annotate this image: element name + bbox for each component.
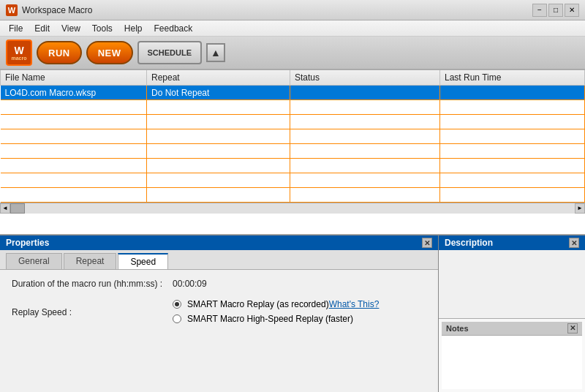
table-row[interactable] — [1, 144, 585, 159]
title-bar: W Workspace Macro − □ ✕ — [0, 0, 585, 20]
replay-option-highspeed: SMART Macro High-Speed Replay (faster) — [173, 314, 379, 324]
notes-close-button[interactable]: ✕ — [567, 323, 578, 333]
tab-general[interactable]: General — [6, 253, 62, 269]
properties-content: Duration of the macro run (hh:mm:ss) : 0… — [0, 270, 438, 392]
replay-options: SMART Macro Replay (as recorded) What's … — [173, 299, 379, 328]
close-button[interactable]: ✕ — [565, 4, 579, 17]
notes-header: Notes ✕ — [442, 322, 582, 336]
scroll-left-button[interactable]: ◄ — [0, 203, 10, 214]
notes-title: Notes — [446, 324, 469, 333]
schedule-button[interactable]: SCHEDULE — [137, 41, 203, 64]
dropdown-arrow[interactable]: ▲ — [206, 43, 225, 62]
menu-help[interactable]: Help — [118, 20, 148, 36]
app-icon: W — [6, 4, 18, 16]
radio-highspeed[interactable] — [173, 314, 181, 323]
description-panel: Description ✕ Notes ✕ — [439, 235, 585, 392]
title-buttons: − □ ✕ — [532, 4, 579, 17]
description-title: Description — [445, 238, 493, 248]
tabs-bar: General Repeat Speed — [0, 250, 438, 270]
menu-view[interactable]: View — [56, 20, 86, 36]
duration-value: 00:00:09 — [173, 279, 207, 289]
menu-tools[interactable]: Tools — [86, 20, 118, 36]
duration-label: Duration of the macro run (hh:mm:ss) : — [12, 279, 173, 289]
table-row[interactable]: LO4D.com Macro.wkspDo Not Repeat — [1, 86, 585, 100]
table-area: File Name Repeat Status Last Run Time LO… — [0, 70, 585, 235]
duration-row: Duration of the macro run (hh:mm:ss) : 0… — [12, 279, 426, 289]
col-header-status: Status — [290, 70, 440, 86]
table-row[interactable] — [1, 115, 585, 129]
scroll-right-button[interactable]: ► — [575, 203, 585, 214]
run-button[interactable]: RUN — [37, 41, 82, 64]
title-bar-left: W Workspace Macro — [6, 4, 92, 16]
properties-header: Properties ✕ — [0, 235, 438, 250]
logo-w: W — [14, 45, 23, 56]
macro-table: File Name Repeat Status Last Run Time LO… — [0, 70, 585, 203]
tab-speed[interactable]: Speed — [118, 253, 168, 269]
properties-title: Properties — [6, 238, 49, 248]
replay-option-smart: SMART Macro Replay (as recorded) What's … — [173, 299, 379, 309]
col-header-filename: File Name — [1, 70, 147, 86]
whats-this-link[interactable]: What's This? — [329, 299, 380, 309]
menu-file[interactable]: File — [3, 20, 29, 36]
menu-feedback[interactable]: Feedback — [148, 20, 199, 36]
radio-smart[interactable] — [173, 300, 181, 309]
table-row[interactable] — [1, 129, 585, 144]
notes-content — [442, 336, 582, 390]
main-content: File Name Repeat Status Last Run Time LO… — [0, 70, 585, 392]
description-header: Description ✕ — [439, 235, 585, 250]
menu-bar: File Edit View Tools Help Feedback — [0, 20, 585, 37]
table-row[interactable] — [1, 188, 585, 203]
replay-speed-row: Replay Speed : SMART Macro Replay (as re… — [12, 296, 426, 328]
menu-edit[interactable]: Edit — [29, 20, 56, 36]
table-header-row: File Name Repeat Status Last Run Time — [1, 70, 585, 86]
notes-section: Notes ✕ — [439, 318, 585, 393]
scroll-track[interactable] — [10, 203, 575, 214]
description-close-button[interactable]: ✕ — [569, 238, 579, 248]
description-content — [439, 250, 585, 318]
scroll-thumb[interactable] — [10, 203, 25, 214]
bottom-area: Properties ✕ General Repeat Speed Durati… — [0, 235, 585, 392]
table-row[interactable] — [1, 100, 585, 115]
col-header-lastrun: Last Run Time — [440, 70, 585, 86]
new-button[interactable]: NEW — [86, 41, 133, 64]
logo-text: macro — [11, 56, 26, 61]
table-row[interactable] — [1, 173, 585, 188]
replay-option-smart-label: SMART Macro Replay (as recorded) — [187, 299, 329, 309]
window-title: Workspace Macro — [22, 5, 92, 15]
minimize-button[interactable]: − — [532, 4, 547, 17]
maximize-button[interactable]: □ — [548, 4, 563, 17]
horizontal-scrollbar[interactable]: ◄ ► — [0, 203, 585, 213]
replay-speed-label: Replay Speed : — [12, 307, 173, 317]
col-header-repeat: Repeat — [147, 70, 290, 86]
replay-option-highspeed-label: SMART Macro High-Speed Replay (faster) — [187, 314, 353, 324]
app-logo: W macro — [6, 39, 32, 66]
properties-panel: Properties ✕ General Repeat Speed Durati… — [0, 235, 439, 392]
properties-close-button[interactable]: ✕ — [422, 238, 432, 248]
toolbar: W macro RUN NEW SCHEDULE ▲ — [0, 37, 585, 70]
tab-repeat[interactable]: Repeat — [64, 253, 117, 269]
table-row[interactable] — [1, 159, 585, 173]
